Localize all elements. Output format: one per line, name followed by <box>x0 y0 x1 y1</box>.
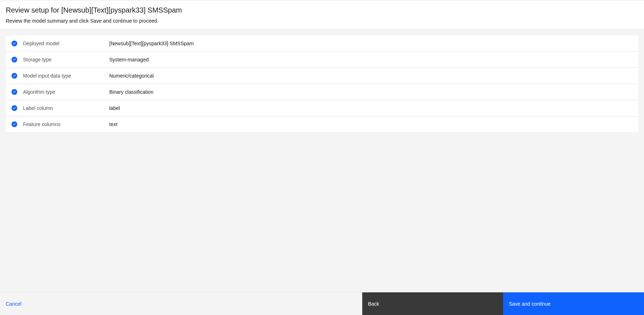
summary-value: System-managed <box>109 57 149 62</box>
summary-label: Feature columns <box>23 121 109 127</box>
footer: Cancel Back Save and continue <box>0 292 644 315</box>
page-title: Review setup for [Newsub][Text][pyspark3… <box>6 6 638 14</box>
summary-row-deployed-model: Deployed model [Newsub][Text][pyspark33]… <box>6 36 638 52</box>
summary-row-model-input-data-type: Model input data type Numeric/categorica… <box>6 68 638 84</box>
page-header: Review setup for [Newsub][Text][pyspark3… <box>0 0 644 30</box>
footer-left: Cancel <box>0 292 362 315</box>
summary-row-feature-columns: Feature columns text <box>6 116 638 132</box>
summary-value: Binary classification <box>109 89 153 95</box>
checkmark-icon <box>12 121 17 127</box>
back-button[interactable]: Back <box>362 292 503 315</box>
summary-value: [Newsub][Text][pyspark33] SMSSpam <box>109 41 194 46</box>
content-area: Deployed model [Newsub][Text][pyspark33]… <box>0 30 644 138</box>
checkmark-icon <box>12 105 17 111</box>
checkmark-icon <box>12 73 17 79</box>
summary-label: Model input data type <box>23 73 109 79</box>
summary-label: Algorithm type <box>23 89 109 95</box>
checkmark-icon <box>12 41 17 46</box>
checkmark-icon <box>12 89 17 95</box>
footer-right: Back Save and continue <box>362 292 644 315</box>
summary-label: Storage type <box>23 57 109 62</box>
summary-row-storage-type: Storage type System-managed <box>6 52 638 68</box>
checkmark-icon <box>12 57 17 62</box>
summary-list: Deployed model [Newsub][Text][pyspark33]… <box>6 36 638 132</box>
page-subtitle: Review the model summary and click Save … <box>6 18 638 24</box>
summary-row-algorithm-type: Algorithm type Binary classification <box>6 84 638 100</box>
summary-value: label <box>109 105 120 111</box>
save-and-continue-button[interactable]: Save and continue <box>503 292 644 315</box>
summary-row-label-column: Label column label <box>6 100 638 116</box>
summary-label: Deployed model <box>23 41 109 46</box>
summary-label: Label column <box>23 105 109 111</box>
summary-value: Numeric/categorical <box>109 73 154 79</box>
summary-value: text <box>109 121 118 127</box>
cancel-button[interactable]: Cancel <box>6 301 22 307</box>
